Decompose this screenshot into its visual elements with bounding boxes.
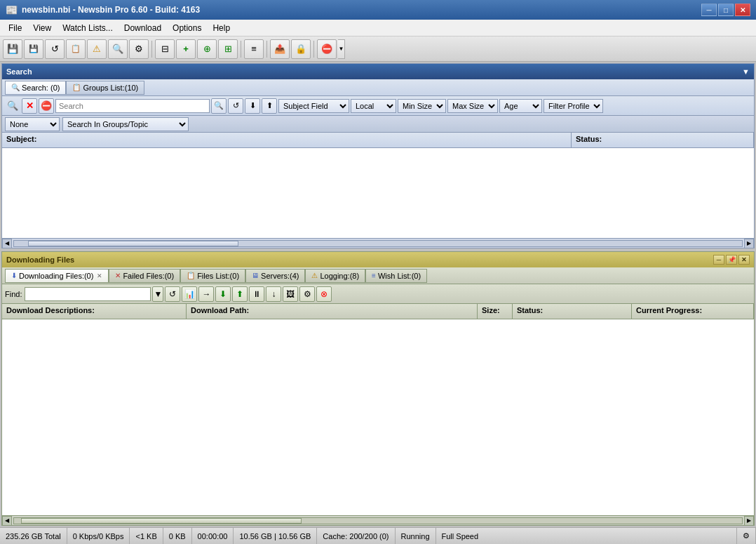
search-input[interactable] <box>55 99 210 113</box>
search-go-btn[interactable]: 🔍 <box>211 98 227 114</box>
dl-cancel-btn[interactable]: ⊗ <box>316 286 332 302</box>
download-panel-close-btn[interactable]: ✕ <box>738 255 750 265</box>
h-scrollbar-thumb[interactable] <box>28 241 238 246</box>
menu-help[interactable]: Help <box>207 22 236 34</box>
tab-wish-list[interactable]: ≡ Wish List:(0) <box>365 269 427 283</box>
settings-button[interactable]: ⚙ <box>129 39 149 59</box>
list-button[interactable]: ≡ <box>244 39 264 59</box>
zero-kb-cell: 0 KB <box>163 528 192 544</box>
group-topic-dropdown[interactable]: Search In Groups/Topic All Topics <box>62 117 189 131</box>
kb-size-cell: <1 KB <box>130 528 163 544</box>
search-clear-btn[interactable]: ✕ <box>22 98 37 114</box>
progress-col-header: Current Progress: <box>632 304 754 319</box>
search-button[interactable]: 🔍 <box>108 39 128 59</box>
header-button[interactable]: 📋 <box>66 39 86 59</box>
menu-options[interactable]: Options <box>167 22 207 34</box>
subject-col-header: Subject: <box>2 133 572 147</box>
size-col-header: Size: <box>478 304 513 319</box>
dl-add-btn[interactable]: ⬇ <box>215 286 231 302</box>
app-icon: 📰 <box>6 4 18 15</box>
tab-failed-files[interactable]: ✕ Failed Files:(0) <box>109 269 180 283</box>
find-label: Find: <box>5 290 22 298</box>
tab-files-list[interactable]: 📋 Files List:(0) <box>180 269 245 283</box>
failed-tab-label: Failed Files:(0) <box>123 272 174 280</box>
menu-view[interactable]: View <box>27 22 57 34</box>
add-button[interactable]: + <box>176 39 196 59</box>
save-button[interactable]: 💾 <box>3 39 22 59</box>
dl-move-down-btn[interactable]: ↓ <box>266 286 281 302</box>
download-scrollbar[interactable]: ◀ ▶ <box>2 515 754 525</box>
none-dropdown[interactable]: None All Groups <box>5 117 60 131</box>
search-up-btn[interactable]: ⬆ <box>262 98 277 114</box>
scroll-left-btn[interactable]: ◀ <box>2 239 12 248</box>
restore-button[interactable]: □ <box>718 4 734 16</box>
toolbar-separator2 <box>241 41 241 58</box>
settings-icon[interactable]: ⚙ <box>743 531 750 540</box>
h-scrollbar-track[interactable] <box>13 240 743 247</box>
menu-watch-lists[interactable]: Watch Lists... <box>57 22 119 34</box>
tab-servers[interactable]: 🖥 Servers:(4) <box>245 269 305 283</box>
find-input[interactable] <box>25 287 151 301</box>
dl-scroll-right-btn[interactable]: ▶ <box>744 516 754 526</box>
filter-profile-dropdown[interactable]: Filter Profile None <box>544 99 603 113</box>
location-dropdown[interactable]: Local Remote Both <box>351 99 396 113</box>
filter-button[interactable]: ⊟ <box>155 39 175 59</box>
find-refresh-btn[interactable]: ↺ <box>165 286 180 302</box>
add2-button[interactable]: ⊕ <box>197 39 217 59</box>
search-scrollbar[interactable]: ◀ ▶ <box>2 238 754 248</box>
search-stop-btn[interactable]: ⛔ <box>39 98 54 114</box>
warn-button[interactable]: ⚠ <box>87 39 107 59</box>
add3-button[interactable]: ⊞ <box>218 39 238 59</box>
age-dropdown[interactable]: Age 1 Day 7 Days <box>499 99 542 113</box>
search-down-btn[interactable]: ⬇ <box>245 98 260 114</box>
search-results: Subject: Status: <box>2 133 754 238</box>
downloading-tab-close[interactable]: ✕ <box>97 272 102 279</box>
find-dropdown-btn[interactable]: ▼ <box>152 286 163 302</box>
search-refresh-btn[interactable]: ↺ <box>228 98 243 114</box>
stop-button[interactable]: ⛔ <box>317 39 337 59</box>
search-collapse-btn[interactable]: ▼ <box>742 67 750 76</box>
tab-groups-list[interactable]: 📋 Groups List:(10) <box>66 81 144 95</box>
tab-logging[interactable]: ⚠ Logging:(8) <box>305 269 365 283</box>
tab-search[interactable]: 🔍 Search: (0) <box>5 81 66 95</box>
search-panel-header: Search ▼ <box>2 64 754 79</box>
lock-button[interactable]: 🔒 <box>291 39 311 59</box>
minimize-button[interactable]: ─ <box>701 4 717 16</box>
export-button[interactable]: 📤 <box>270 39 290 59</box>
dl-options-btn[interactable]: ⚙ <box>299 286 315 302</box>
close-button[interactable]: ✕ <box>735 4 750 16</box>
dl-scroll-left-btn[interactable]: ◀ <box>2 516 12 526</box>
menu-file[interactable]: File <box>3 22 27 34</box>
find-stats-btn[interactable]: 📊 <box>182 286 197 302</box>
logging-tab-icon: ⚠ <box>311 272 318 279</box>
download-panel-pin-btn[interactable]: 📌 <box>726 255 737 265</box>
dl-up-btn[interactable]: ⬆ <box>232 286 248 302</box>
dl-pause-btn[interactable]: ⏸ <box>249 286 264 302</box>
title-bar-controls[interactable]: ─ □ ✕ <box>701 4 750 16</box>
min-size-dropdown[interactable]: Min Size 1 KB 10 KB <box>398 99 446 113</box>
refresh-button[interactable]: ↺ <box>45 39 65 59</box>
scroll-right-btn[interactable]: ▶ <box>744 239 754 248</box>
files-list-tab-icon: 📋 <box>187 272 195 279</box>
search-results-header: Subject: Status: <box>2 133 754 148</box>
field-dropdown[interactable]: Subject Field Poster Subject+Poster <box>278 99 349 113</box>
download-panel-controls: ─ 📌 ✕ <box>713 255 750 265</box>
servers-tab-icon: 🖥 <box>252 272 259 279</box>
groups-tab-label: Groups List:(10) <box>83 84 138 92</box>
save2-button[interactable]: 💾 <box>24 39 43 59</box>
search-panel-title: Search <box>6 67 32 76</box>
dl-h-scrollbar-track[interactable] <box>13 517 743 524</box>
toolbar-dropdown-arrow[interactable]: ▼ <box>338 39 345 59</box>
tab-downloading-files[interactable]: ⬇ Downloading Files:(0) ✕ <box>5 269 109 283</box>
downloading-tab-icon: ⬇ <box>11 272 17 279</box>
menu-download[interactable]: Download <box>119 22 167 34</box>
dl-thumb-btn[interactable]: 🖼 <box>283 286 298 302</box>
cache-size-cell: 10.56 GB | 10.56 GB <box>234 528 317 544</box>
dl-h-scrollbar-thumb[interactable] <box>21 518 302 524</box>
find-forward-btn[interactable]: → <box>198 286 214 302</box>
download-results-body <box>2 319 754 515</box>
max-size-dropdown[interactable]: Max Size 1 MB 10 MB <box>447 99 498 113</box>
cache-info-value: Cache: 200/200 (0) <box>323 532 389 540</box>
download-panel-collapse-btn[interactable]: ─ <box>713 255 724 265</box>
settings-icon-cell[interactable]: ⚙ <box>737 528 756 544</box>
